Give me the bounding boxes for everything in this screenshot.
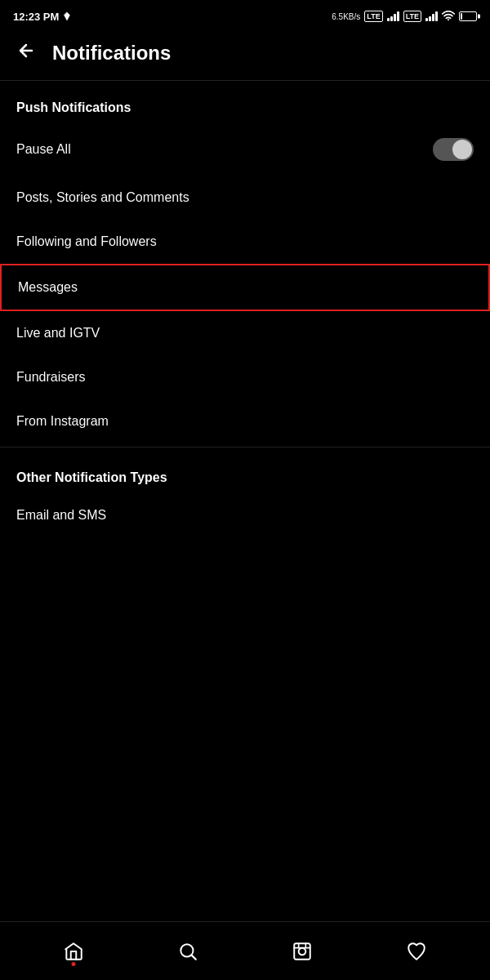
- speed-display: 6.5KB/s: [332, 12, 360, 21]
- signal-bars-2: [425, 11, 438, 21]
- reels-icon: [291, 940, 314, 963]
- menu-item-pause-all-label: Pause All: [16, 142, 71, 157]
- menu-item-messages[interactable]: Messages: [0, 264, 490, 311]
- pause-all-toggle[interactable]: [433, 138, 474, 161]
- wifi-icon: [442, 11, 455, 23]
- nav-item-reels[interactable]: [278, 933, 327, 969]
- home-dot: [72, 962, 76, 966]
- status-left: 12:23 PM: [13, 11, 72, 23]
- lte-badge-2: LTE: [403, 11, 421, 23]
- section-divider: [0, 447, 490, 448]
- push-notifications-section-title: Push Notifications: [0, 81, 490, 123]
- menu-item-posts-stories-label: Posts, Stories and Comments: [16, 190, 189, 205]
- bottom-nav: [0, 921, 490, 980]
- menu-item-from-instagram-label: From Instagram: [16, 414, 109, 429]
- menu-item-fundraisers[interactable]: Fundraisers: [0, 355, 490, 399]
- menu-item-following-followers[interactable]: Following and Followers: [0, 220, 490, 264]
- status-right: 6.5KB/s LTE LTE: [332, 11, 477, 23]
- location-icon: [62, 11, 72, 21]
- back-button[interactable]: [13, 38, 39, 69]
- status-bar: 12:23 PM 6.5KB/s LTE LTE: [0, 0, 490, 29]
- menu-item-following-followers-label: Following and Followers: [16, 234, 157, 249]
- menu-item-live-igtv-label: Live and IGTV: [16, 326, 100, 341]
- heart-icon: [405, 940, 428, 963]
- home-icon: [62, 940, 85, 963]
- nav-item-home[interactable]: [49, 933, 98, 969]
- menu-item-live-igtv[interactable]: Live and IGTV: [0, 311, 490, 355]
- page-header: Notifications: [0, 29, 490, 81]
- menu-item-fundraisers-label: Fundraisers: [16, 370, 85, 385]
- other-notifications-section-title: Other Notification Types: [0, 451, 490, 493]
- menu-item-email-sms-label: Email and SMS: [16, 508, 106, 523]
- battery-icon: [459, 11, 477, 21]
- signal-bars-1: [387, 11, 399, 21]
- menu-item-pause-all[interactable]: Pause All: [0, 123, 490, 176]
- menu-item-email-sms[interactable]: Email and SMS: [0, 493, 490, 537]
- svg-point-3: [299, 947, 306, 955]
- time-display: 12:23 PM: [13, 11, 59, 23]
- svg-rect-2: [294, 943, 310, 960]
- lte-badge-1: LTE: [364, 11, 382, 23]
- toggle-knob: [452, 140, 472, 159]
- menu-item-from-instagram[interactable]: From Instagram: [0, 399, 490, 443]
- svg-point-0: [448, 19, 449, 20]
- nav-item-search[interactable]: [163, 933, 212, 969]
- page-title: Notifications: [52, 42, 171, 65]
- nav-item-activity[interactable]: [392, 933, 441, 969]
- menu-item-posts-stories[interactable]: Posts, Stories and Comments: [0, 176, 490, 220]
- search-icon: [176, 940, 199, 963]
- menu-item-messages-label: Messages: [18, 280, 78, 295]
